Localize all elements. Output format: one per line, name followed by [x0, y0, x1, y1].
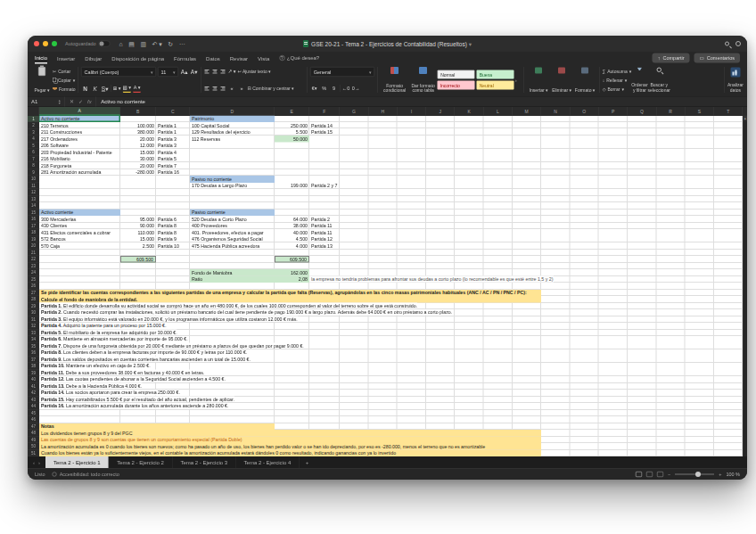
row-header-31[interactable]: 31: [28, 316, 39, 324]
more-icon[interactable]: ⋯: [179, 40, 185, 47]
row-header-3[interactable]: 3: [28, 129, 39, 136]
row-header-14[interactable]: 14: [28, 202, 39, 209]
cell-A32[interactable]: Partida 4. Adquirió la patente para un p…: [39, 323, 166, 329]
name-box[interactable]: A1▲▼: [28, 97, 65, 107]
format-painter-button[interactable]: Formato: [53, 85, 76, 93]
row-header-44[interactable]: 44: [28, 403, 39, 410]
cell-B2[interactable]: 100.000: [120, 122, 156, 129]
cell-E18[interactable]: 40.000: [275, 229, 309, 236]
bold-button[interactable]: N: [81, 84, 89, 93]
cell-A33[interactable]: Partida 5. El mobiliario de la empresa f…: [39, 330, 177, 336]
row-header-28[interactable]: 28: [28, 296, 39, 303]
zoom-slider[interactable]: [675, 473, 714, 474]
cell-A3[interactable]: 211 Construcciones: [39, 129, 82, 136]
row-header-23[interactable]: 23: [28, 263, 39, 270]
cell-C2[interactable]: Partida 1: [156, 122, 177, 129]
column-header-H[interactable]: H: [368, 107, 397, 116]
row-header-17[interactable]: 17: [28, 223, 39, 230]
share-button[interactable]: ↑Compartir: [653, 53, 690, 63]
row-header-41[interactable]: 41: [28, 383, 39, 390]
cell-D10[interactable]: Pasivo no corriente: [190, 176, 275, 183]
cell-A47[interactable]: Notas: [39, 423, 275, 431]
row-header-24[interactable]: 24: [28, 269, 39, 276]
column-header-R[interactable]: R: [656, 107, 685, 116]
column-header-J[interactable]: J: [426, 107, 455, 116]
cell-A31[interactable]: Partida 3. El equipo informático está va…: [39, 316, 298, 323]
cell-E25[interactable]: 2,08: [275, 276, 309, 283]
row-header-25[interactable]: 25: [28, 276, 39, 283]
cell-B6[interactable]: 15.000: [120, 149, 156, 156]
row-header-15[interactable]: 15: [28, 209, 39, 217]
cell-C20[interactable]: Partida 10: [156, 242, 179, 250]
row-header-34[interactable]: 34: [28, 336, 39, 343]
sheet-tab-3[interactable]: Tema 2 - Ejercicio 3: [172, 456, 235, 468]
cell-E2[interactable]: 250.000: [275, 122, 309, 129]
grow-font-button[interactable]: A▴: [180, 68, 188, 77]
fill-button[interactable]: ↓ Rellenar ▾: [603, 76, 632, 84]
font-size-select[interactable]: 11▾: [158, 67, 178, 77]
cell-A4[interactable]: 217 Ordenadores: [39, 136, 78, 143]
cell-A9[interactable]: 281 Amortización acumulada: [39, 169, 101, 177]
cell-A15[interactable]: Activo corriente: [39, 209, 120, 217]
column-header-C[interactable]: C: [156, 107, 190, 116]
cell-A16[interactable]: 300 Mercaderías: [39, 216, 76, 223]
comma-format-button[interactable]: 9: [330, 84, 338, 93]
percent-format-button[interactable]: %: [320, 84, 328, 93]
align-right-icon[interactable]: [220, 86, 226, 92]
indent-increase-icon[interactable]: »: [238, 84, 246, 93]
cell-A28[interactable]: Calcule el fondo de maniobra de la entid…: [39, 296, 541, 303]
row-header-40[interactable]: 40: [28, 376, 39, 383]
close-button[interactable]: [34, 41, 39, 46]
row-header-33[interactable]: 33: [28, 330, 39, 337]
cell-A42[interactable]: Partida 14. Los socios aportaron para cr…: [39, 390, 180, 396]
page-layout-view-icon[interactable]: [646, 472, 653, 477]
row-header-6[interactable]: 6: [28, 149, 39, 156]
styles-more-icon[interactable]: ›: [515, 77, 517, 83]
cell-F20[interactable]: Partida 13: [309, 242, 333, 250]
column-header-O[interactable]: O: [570, 107, 598, 116]
cell-B22[interactable]: 609.500: [120, 256, 156, 263]
sheet-tab-2[interactable]: Tema 2 - Ejercicio 2: [109, 456, 172, 468]
cell-A36[interactable]: Partida 8. Los clientes deben a la empre…: [39, 349, 247, 356]
indent-decrease-icon[interactable]: «: [228, 84, 236, 93]
row-header-1[interactable]: 1: [28, 116, 39, 123]
cell-A50[interactable]: La amortización acumulada es 0 cuando lo…: [39, 443, 541, 450]
row-header-46[interactable]: 46: [28, 416, 39, 423]
fx-icon[interactable]: fx: [87, 99, 92, 105]
row-header-22[interactable]: 22: [28, 256, 39, 263]
column-header-F[interactable]: F: [309, 107, 340, 116]
column-header-I[interactable]: I: [398, 107, 426, 116]
row-header-4[interactable]: 4: [28, 136, 39, 143]
cell-C19[interactable]: Partida 9: [156, 236, 177, 243]
align-top-icon[interactable]: [204, 69, 210, 75]
row-header-26[interactable]: 26: [28, 283, 39, 290]
cell-A5[interactable]: 206 Software: [39, 143, 69, 150]
tab-vista[interactable]: Vista: [258, 53, 269, 63]
cell-B8[interactable]: 20.000: [120, 162, 156, 169]
clear-button[interactable]: ◇ Borrar ▾: [603, 85, 632, 93]
cell-D17[interactable]: 400 Proveedores: [190, 223, 227, 230]
row-header-16[interactable]: 16: [28, 216, 39, 223]
row-header-20[interactable]: 20: [28, 242, 39, 250]
search-icon[interactable]: [725, 42, 729, 46]
font-color-button[interactable]: A ▾: [133, 84, 141, 93]
cell-F18[interactable]: Partida 11: [309, 229, 333, 236]
cell-A29[interactable]: Partida 1. El edificio donde desarrolla …: [39, 303, 417, 309]
cell-D3[interactable]: 129 Resultados del ejercicio: [190, 129, 251, 136]
cell-E19[interactable]: 4.500: [275, 236, 309, 243]
column-header-K[interactable]: K: [455, 107, 483, 116]
row-header-18[interactable]: 18: [28, 229, 39, 236]
cell-E4[interactable]: 50.000: [275, 136, 309, 143]
cell-C9[interactable]: Partida 16: [156, 169, 179, 177]
cell-A39[interactable]: Partida 11. Debe a sus proveedores 38.00…: [39, 370, 204, 376]
home-icon[interactable]: ⌂: [119, 40, 123, 47]
italic-button[interactable]: K: [91, 84, 99, 93]
align-middle-icon[interactable]: [212, 69, 218, 75]
cell-D2[interactable]: 100 Capital Social: [190, 122, 229, 129]
row-header-19[interactable]: 19: [28, 236, 39, 243]
vertical-scrollbar[interactable]: ▴: [743, 116, 747, 457]
style-neutral[interactable]: Neutral: [477, 81, 514, 90]
orientation-button[interactable]: ↗ ▾: [228, 67, 236, 76]
number-format-select[interactable]: General▾: [310, 67, 374, 77]
cell-A40[interactable]: Partida 12. Las cuotas pendientes de abo…: [39, 376, 226, 382]
